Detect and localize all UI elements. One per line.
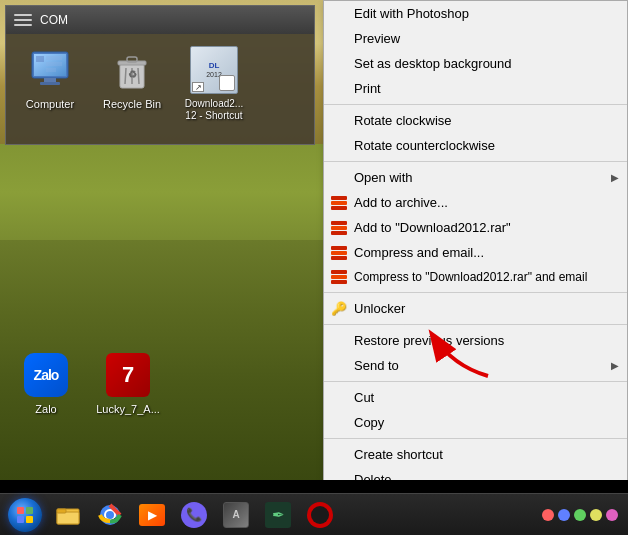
lucky7-desktop-icon[interactable]: 7 Lucky_7_A... (92, 347, 164, 420)
ctx-create-shortcut[interactable]: Create shortcut (324, 442, 627, 467)
taskbar-app1[interactable]: A (216, 497, 256, 533)
tray-dot-2 (558, 509, 570, 521)
folder-content: Computer (6, 34, 314, 144)
svg-rect-8 (40, 82, 60, 85)
start-orb (8, 498, 42, 532)
ctx-send-to-label: Send to (354, 358, 399, 373)
svg-text:♻: ♻ (128, 69, 137, 80)
download2012-icon-img: DL 2012 ↗ (190, 46, 238, 94)
file-explorer-icon (56, 504, 80, 526)
ctx-print-label: Print (354, 81, 381, 96)
folder-window: COM (5, 5, 315, 145)
ctx-add-download-rar[interactable]: Add to "Download2012.rar" (324, 215, 627, 240)
ctx-delete-label: Delete (354, 472, 392, 480)
ctx-add-download-rar-icon (330, 219, 348, 237)
svg-line-10 (125, 68, 126, 84)
ctx-sep-3 (324, 292, 627, 293)
desktop: COM (0, 0, 628, 480)
ctx-restore-versions[interactable]: Restore previous versions (324, 328, 627, 353)
ctx-preview[interactable]: Preview (324, 26, 627, 51)
recycle-bin-icon[interactable]: ♻ Recycle Bin (96, 42, 168, 115)
svg-rect-3 (36, 56, 44, 62)
app1-icon: A (223, 502, 249, 528)
taskbar: ▶ 📞 A ✒ (0, 493, 628, 535)
ctx-restore-versions-label: Restore previous versions (354, 333, 504, 348)
ctx-sep-2 (324, 161, 627, 162)
windows-logo (17, 507, 33, 523)
ctx-sep-5 (324, 381, 627, 382)
ctx-copy[interactable]: Copy (324, 410, 627, 435)
viber-icon: 📞 (181, 502, 207, 528)
folder-menu-icon[interactable] (14, 11, 32, 29)
svg-rect-7 (44, 78, 56, 82)
ctx-sep-4 (324, 324, 627, 325)
taskbar-app2[interactable] (300, 497, 340, 533)
ctx-send-to-arrow: ▶ (611, 360, 619, 371)
ctx-create-shortcut-label: Create shortcut (354, 447, 443, 462)
ctx-add-archive-label: Add to archive... (354, 195, 448, 210)
system-tray (542, 509, 624, 521)
ctx-print[interactable]: Print (324, 76, 627, 101)
recycle-bin-label: Recycle Bin (103, 98, 161, 111)
svg-rect-14 (127, 57, 137, 62)
ctx-open-with-arrow: ▶ (611, 172, 619, 183)
taskbar-chrome[interactable] (90, 497, 130, 533)
tray-dot-1 (542, 509, 554, 521)
ctx-set-desktop-bg[interactable]: Set as desktop background (324, 51, 627, 76)
taskbar-file-explorer[interactable] (48, 497, 88, 533)
lucky7-icon-img: 7 (104, 351, 152, 399)
tray-dot-3 (574, 509, 586, 521)
taskbar-viber[interactable]: 📞 (174, 497, 214, 533)
lucky7-label: Lucky_7_A... (96, 403, 160, 416)
zalo-icon-graphic: Zalo (24, 353, 68, 397)
computer-icon-img (26, 46, 74, 94)
ctx-preview-label: Preview (354, 31, 400, 46)
ctx-edit-photoshop[interactable]: Edit with Photoshop (324, 1, 627, 26)
svg-rect-19 (57, 509, 66, 513)
ctx-add-download-rar-label: Add to "Download2012.rar" (354, 220, 511, 235)
bottom-desktop-icons: Zalo Zalo 7 Lucky_7_A... (10, 347, 164, 420)
ctx-compress-rar-email-icon (330, 268, 348, 286)
context-menu: Edit with Photoshop Preview Set as deskt… (323, 0, 628, 480)
ctx-compress-email-label: Compress and email... (354, 245, 484, 260)
ctx-cut[interactable]: Cut (324, 385, 627, 410)
app2-icon (307, 502, 333, 528)
ctx-compress-rar-email-label: Compress to "Download2012.rar" and email (354, 270, 587, 284)
zalo-desktop-icon[interactable]: Zalo Zalo (10, 347, 82, 420)
start-button[interactable] (4, 497, 46, 533)
ctx-compress-email[interactable]: Compress and email... (324, 240, 627, 265)
ctx-unlocker-icon: 🔑 (330, 300, 348, 318)
ctx-unlocker-label: Unlocker (354, 301, 405, 316)
recycle-bin-icon-img: ♻ (108, 46, 156, 94)
svg-rect-18 (57, 512, 79, 524)
taskbar-media[interactable]: ▶ (132, 497, 172, 533)
zalo-icon-img: Zalo (22, 351, 70, 399)
svg-point-22 (106, 511, 114, 519)
taskbar-notepad[interactable]: ✒ (258, 497, 298, 533)
ctx-compress-rar-email[interactable]: Compress to "Download2012.rar" and email (324, 265, 627, 289)
ctx-rotate-cw[interactable]: Rotate clockwise (324, 108, 627, 133)
ctx-rotate-ccw[interactable]: Rotate counterclockwise (324, 133, 627, 158)
ctx-add-archive[interactable]: Add to archive... (324, 190, 627, 215)
ctx-send-to[interactable]: Send to ▶ (324, 353, 627, 378)
ctx-edit-photoshop-label: Edit with Photoshop (354, 6, 469, 21)
tray-dot-4 (590, 509, 602, 521)
ctx-unlocker[interactable]: 🔑 Unlocker (324, 296, 627, 321)
folder-titlebar: COM (6, 6, 314, 34)
ctx-open-with[interactable]: Open with ▶ (324, 165, 627, 190)
ctx-cut-label: Cut (354, 390, 374, 405)
download2012-label: Download2...12 - Shortcut (185, 98, 243, 122)
ctx-delete[interactable]: Delete (324, 467, 627, 480)
svg-line-12 (138, 68, 139, 84)
ctx-copy-label: Copy (354, 415, 384, 430)
ctx-compress-email-icon (330, 244, 348, 262)
svg-rect-6 (46, 68, 56, 72)
ctx-sep-1 (324, 104, 627, 105)
computer-label: Computer (26, 98, 74, 111)
computer-icon[interactable]: Computer (14, 42, 86, 115)
ctx-rotate-ccw-label: Rotate counterclockwise (354, 138, 495, 153)
zalo-label: Zalo (35, 403, 56, 416)
notepad-icon: ✒ (265, 502, 291, 528)
lucky7-icon-graphic: 7 (106, 353, 150, 397)
download2012-icon[interactable]: DL 2012 ↗ Download2...12 - Shortcut (178, 42, 250, 126)
